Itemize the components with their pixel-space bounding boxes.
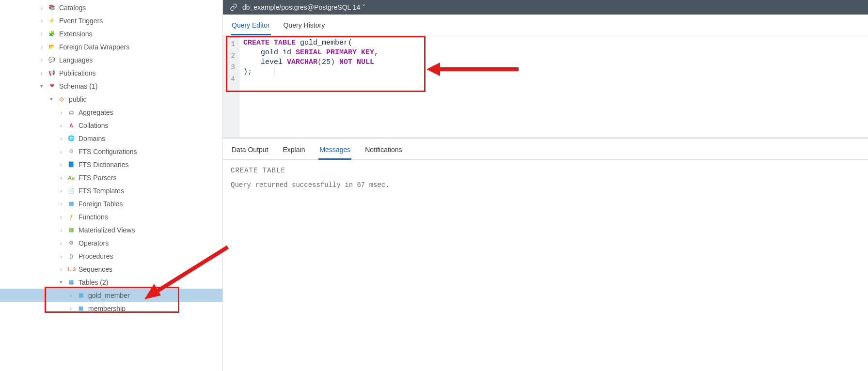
tab-query-editor[interactable]: Query Editor [231, 19, 271, 35]
tree-item-label: Materialized Views [79, 226, 135, 234]
tree-icon: 📄 [67, 186, 76, 195]
chevron-right-icon[interactable]: › [39, 18, 45, 24]
tree-icon: A [67, 121, 76, 130]
tab-notifications[interactable]: Notifications [364, 145, 403, 159]
chevron-right-icon[interactable]: › [58, 227, 64, 233]
sql-editor[interactable]: 1 2 3 4 CREATE TABLE gold_member( gold_i… [223, 35, 868, 137]
tree-item-label: Event Triggers [59, 17, 103, 25]
chevron-right-icon[interactable]: › [58, 149, 64, 155]
tree-icon: Aa [67, 173, 76, 182]
tree-icon: ▦ [67, 200, 76, 208]
tree-item-foreign-tables[interactable]: ›▦Foreign Tables [0, 197, 222, 210]
text-cursor [274, 68, 274, 75]
tree-item-fts-configurations[interactable]: ›⚙FTS Configurations [0, 145, 222, 158]
tree-item-materialized-views[interactable]: ›▦Materialized Views [0, 223, 222, 236]
tab-query-history[interactable]: Query History [283, 19, 326, 35]
connection-path-bar[interactable]: db_example/postgres@PostgreSQL 14 ˅ [223, 0, 868, 15]
tab-explain[interactable]: Explain [282, 145, 306, 159]
tree-icon: ▦ [67, 226, 76, 234]
tree-icon: 📘 [67, 160, 76, 169]
chevron-right-icon[interactable]: › [58, 240, 64, 246]
chevron-right-icon[interactable]: › [39, 5, 45, 11]
tree-icon: 📂 [47, 43, 56, 51]
tree-icon: ⚙ [67, 239, 76, 247]
tree-item-gold-member[interactable]: ›▦gold_member [0, 289, 222, 302]
tree-item-procedures[interactable]: ›()Procedures [0, 249, 222, 263]
tree-item-label: Foreign Data Wrappers [59, 43, 129, 51]
tree-item-label: Functions [79, 213, 108, 221]
tree-item-label: Publications [59, 69, 96, 77]
tree-icon: 📚 [47, 3, 56, 12]
tree-item-languages[interactable]: ›💬Languages [0, 53, 222, 66]
tree-icon: ◇ [57, 95, 66, 104]
tree-icon: 🗂 [67, 108, 76, 117]
tree-icon: ▦ [67, 278, 76, 287]
tree-item-membership[interactable]: ›▦membership [0, 302, 222, 315]
tree-item-schemas-1[interactable]: ▾❤Schemas (1) [0, 79, 222, 93]
tree-item-label: FTS Parsers [79, 174, 117, 182]
tree-item-label: membership [88, 305, 126, 312]
tree-icon: 💬 [47, 56, 56, 64]
tree-icon: ⚡ [47, 16, 56, 25]
chevron-right-icon[interactable]: › [39, 57, 45, 63]
tree-item-sequences[interactable]: ›1..3Sequences [0, 263, 222, 276]
tree-icon: 🧩 [47, 30, 56, 38]
tree-item-public[interactable]: ▾◇public [0, 93, 222, 106]
tab-messages[interactable]: Messages [318, 145, 351, 160]
tree-item-label: FTS Templates [79, 187, 124, 195]
tree-item-functions[interactable]: ›ƒFunctions [0, 210, 222, 223]
tree-item-fts-templates[interactable]: ›📄FTS Templates [0, 184, 222, 197]
tree-item-fts-dictionaries[interactable]: ›📘FTS Dictionaries [0, 158, 222, 171]
messages-body: Query returned successfully in 67 msec. [231, 181, 860, 189]
editor-tabs: Query Editor Query History [223, 15, 868, 35]
chevron-right-icon[interactable]: › [58, 123, 64, 128]
tree-item-domains[interactable]: ›🌐Domains [0, 132, 222, 145]
chevron-right-icon[interactable]: › [58, 188, 64, 194]
chevron-right-icon[interactable]: › [58, 136, 64, 141]
tree-item-aggregates[interactable]: ›🗂Aggregates [0, 106, 222, 119]
editor-code[interactable]: CREATE TABLE gold_member( gold_id SERIAL… [239, 35, 868, 137]
tree-item-label: Extensions [59, 30, 92, 38]
connection-path-text[interactable]: db_example/postgres@PostgreSQL 14 ˅ [242, 3, 365, 11]
chevron-right-icon[interactable]: › [68, 293, 74, 298]
tree-icon: 🌐 [67, 134, 76, 143]
tab-data-output[interactable]: Data Output [231, 145, 269, 159]
tree-item-label: Procedures [79, 252, 113, 260]
link-icon [230, 3, 237, 11]
chevron-right-icon[interactable]: › [68, 306, 74, 311]
tree-item-label: gold_member [88, 292, 130, 299]
chevron-down-icon[interactable]: ▾ [48, 96, 54, 102]
tree-item-catalogs[interactable]: ›📚Catalogs [0, 1, 222, 14]
tree-item-event-triggers[interactable]: ›⚡Event Triggers [0, 14, 222, 27]
tree-icon: ⚙ [67, 147, 76, 156]
editor-gutter: 1 2 3 4 [223, 35, 239, 137]
chevron-right-icon[interactable]: › [58, 175, 64, 181]
tree-item-tables-2[interactable]: ▾▦Tables (2) [0, 276, 222, 289]
chevron-right-icon[interactable]: › [39, 70, 45, 76]
chevron-right-icon[interactable]: › [39, 31, 45, 37]
tree-icon: ƒ [67, 213, 76, 221]
tree-item-label: Domains [79, 135, 105, 142]
chevron-right-icon[interactable]: › [58, 214, 64, 220]
tree-item-label: Catalogs [59, 4, 86, 12]
messages-panel: CREATE TABLE Query returned successfully… [223, 160, 868, 196]
chevron-right-icon[interactable]: › [39, 44, 45, 50]
object-browser-sidebar: ›📚Catalogs›⚡Event Triggers›🧩Extensions›📂… [0, 0, 223, 371]
tree-item-label: public [69, 95, 87, 103]
chevron-down-icon[interactable]: ▾ [39, 83, 45, 89]
tree-item-foreign-data-wrappers[interactable]: ›📂Foreign Data Wrappers [0, 40, 222, 53]
tree-item-operators[interactable]: ›⚙Operators [0, 236, 222, 249]
tree-item-collations[interactable]: ›ACollations [0, 119, 222, 132]
chevron-right-icon[interactable]: › [58, 201, 64, 207]
chevron-right-icon[interactable]: › [58, 266, 64, 272]
tree-icon: () [67, 252, 76, 261]
tree-item-label: Operators [79, 239, 109, 247]
chevron-right-icon[interactable]: › [58, 162, 64, 168]
chevron-down-icon[interactable]: ▾ [58, 279, 64, 285]
tree-item-fts-parsers[interactable]: ›AaFTS Parsers [0, 171, 222, 184]
tree-item-publications[interactable]: ›📢Publications [0, 66, 222, 79]
chevron-right-icon[interactable]: › [58, 253, 64, 259]
tree-item-extensions[interactable]: ›🧩Extensions [0, 27, 222, 40]
chevron-right-icon[interactable]: › [58, 109, 64, 115]
tree-item-label: Tables (2) [79, 278, 108, 286]
